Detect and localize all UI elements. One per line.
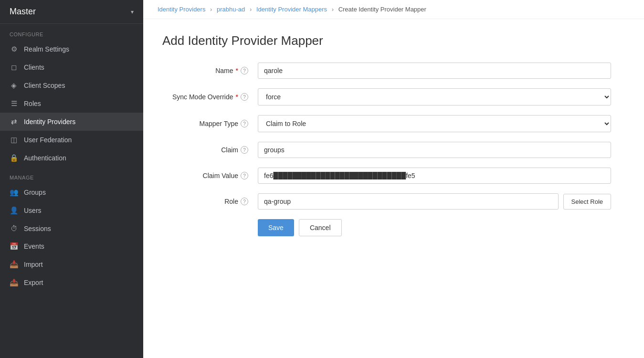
form-container: Add Identity Provider Mapper Name * ? Sy… [143,19,644,251]
realm-name: Master [10,7,36,17]
export-icon: 📤 [10,278,18,287]
sidebar-item-clients[interactable]: ◻ Clients [0,58,143,76]
role-row: Role ? Select Role [162,193,625,210]
sync-mode-row: Sync Mode Override * ? force inherit leg… [162,88,625,105]
main-content: Identity Providers › prabhu-ad › Identit… [143,0,644,358]
role-control: Select Role [258,193,611,210]
clients-icon: ◻ [10,63,18,72]
claim-label: Claim ? [162,146,258,154]
sidebar-item-label: Client Scopes [24,82,65,89]
role-input[interactable] [258,193,559,210]
configure-section-label: Configure [0,24,143,40]
client-scopes-icon: ◈ [10,81,18,90]
lock-icon: 🔒 [10,154,18,162]
import-icon: 📥 [10,260,18,269]
claim-value-label: Claim Value ? [162,172,258,179]
sidebar-item-label: Events [24,242,44,250]
name-label: Name * ? [162,67,258,74]
clock-icon: ⏱ [10,224,18,232]
roles-icon: ☰ [10,99,18,108]
mapper-type-control: Claim to Role Attribute Importer Hardcod… [258,115,611,132]
sidebar-item-label: Realm Settings [24,45,69,53]
role-label: Role ? [162,198,258,205]
sidebar-item-groups[interactable]: 👥 Groups [0,183,143,201]
save-button[interactable]: Save [258,219,294,236]
user-icon: 👤 [10,206,18,215]
claim-value-row: Claim Value ? [162,168,625,184]
identity-providers-icon: ⇄ [10,117,18,126]
sidebar-item-client-scopes[interactable]: ◈ Client Scopes [0,76,143,95]
sidebar-item-label: Groups [24,189,46,196]
sidebar-item-users[interactable]: 👤 Users [0,201,143,220]
breadcrumb-sep-2: › [250,6,252,13]
sidebar-item-label: User Federation [24,136,72,144]
sync-mode-help-icon[interactable]: ? [241,93,248,101]
breadcrumb-link-identity-providers[interactable]: Identity Providers [158,6,205,13]
claim-help-icon[interactable]: ? [241,146,248,154]
manage-section-label: Manage [0,167,143,183]
sidebar-item-label: Identity Providers [24,118,75,126]
chevron-down-icon: ▾ [131,9,134,15]
sidebar-item-import[interactable]: 📥 Import [0,255,143,274]
sidebar: Master ▾ Configure ⚙ Realm Settings ◻ Cl… [0,0,143,358]
sidebar-item-export[interactable]: 📤 Export [0,274,143,292]
mapper-type-select[interactable]: Claim to Role Attribute Importer Hardcod… [258,115,611,132]
sidebar-item-events[interactable]: 📅 Events [0,237,143,255]
groups-icon: 👥 [10,188,18,197]
breadcrumb: Identity Providers › prabhu-ad › Identit… [143,0,644,19]
calendar-icon: 📅 [10,242,18,251]
sidebar-item-label: Roles [24,100,41,107]
sliders-icon: ⚙ [10,45,18,53]
sidebar-item-label: Sessions [24,225,51,232]
sync-mode-label: Sync Mode Override * ? [162,93,258,101]
cancel-button[interactable]: Cancel [299,219,342,236]
claim-value-input[interactable] [258,168,611,184]
form-actions: Save Cancel [258,219,625,236]
role-input-group: Select Role [258,193,611,210]
sidebar-item-realm-settings[interactable]: ⚙ Realm Settings [0,40,143,58]
sidebar-item-roles[interactable]: ☰ Roles [0,95,143,113]
name-control [258,63,611,79]
sidebar-item-authentication[interactable]: 🔒 Authentication [0,149,143,167]
name-input[interactable] [258,63,611,79]
breadcrumb-link-idp-mappers[interactable]: Identity Provider Mappers [256,6,327,13]
claim-value-help-icon[interactable]: ? [241,172,248,179]
sidebar-item-label: Authentication [24,154,66,162]
sidebar-item-identity-providers[interactable]: ⇄ Identity Providers [0,113,143,131]
sidebar-item-user-federation[interactable]: ◫ User Federation [0,131,143,149]
sync-mode-control: force inherit legacy [258,88,611,105]
sidebar-item-label: Import [24,261,43,268]
name-help-icon[interactable]: ? [241,67,248,74]
claim-row: Claim ? [162,142,625,158]
breadcrumb-current: Create Identity Provider Mapper [338,6,426,13]
mapper-type-label: Mapper Type ? [162,120,258,127]
claim-control [258,142,611,158]
select-role-button[interactable]: Select Role [563,194,611,210]
mapper-type-row: Mapper Type ? Claim to Role Attribute Im… [162,115,625,132]
name-required-star: * [236,67,238,74]
role-help-icon[interactable]: ? [241,198,248,205]
sidebar-item-label: Export [24,279,43,286]
mapper-type-help-icon[interactable]: ? [241,120,248,127]
sidebar-item-label: Users [24,207,42,214]
claim-value-control [258,168,611,184]
sync-mode-select[interactable]: force inherit legacy [258,88,611,105]
sync-mode-required-star: * [236,93,238,101]
sidebar-item-label: Clients [24,63,44,71]
breadcrumb-sep-1: › [210,6,212,13]
claim-input[interactable] [258,142,611,158]
breadcrumb-sep-3: › [332,6,334,13]
realm-selector[interactable]: Master ▾ [0,0,143,24]
breadcrumb-link-prabhu-ad[interactable]: prabhu-ad [217,6,245,13]
sidebar-item-sessions[interactable]: ⏱ Sessions [0,220,143,237]
name-row: Name * ? [162,63,625,79]
page-title: Add Identity Provider Mapper [162,33,625,48]
user-federation-icon: ◫ [10,136,18,144]
